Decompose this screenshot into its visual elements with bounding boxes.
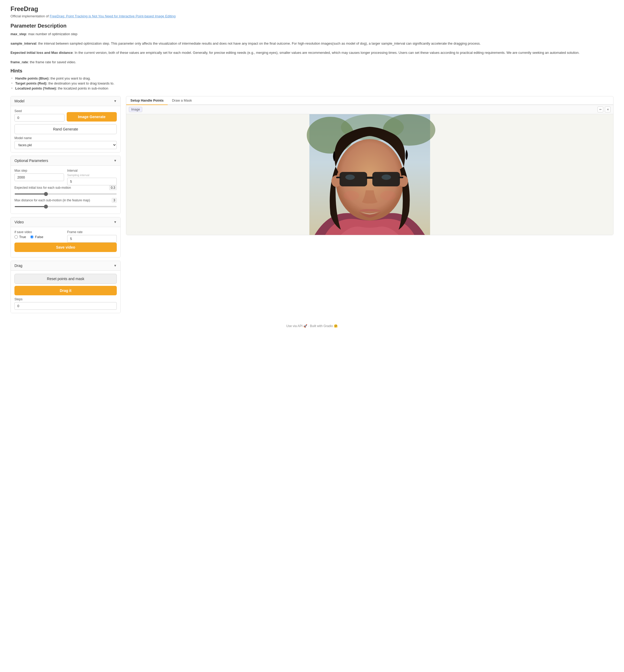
hints-list: Handle points (Blue): the point you want… xyxy=(10,76,614,91)
tab-setup-handle-points[interactable]: Setup Handle Points xyxy=(126,96,168,105)
distance-slider-label: Max distance for each sub-motion (in the… xyxy=(15,198,90,202)
svg-point-15 xyxy=(343,191,359,200)
image-toolbar-icons: ✏ ✕ xyxy=(598,106,610,113)
reset-points-button[interactable]: Reset points and mask xyxy=(15,274,117,284)
drag-it-button[interactable]: Drag it xyxy=(15,286,117,295)
model-name-select[interactable]: faces.pkl horses.pkl lions.pkl xyxy=(15,141,117,149)
steps-group: Steps xyxy=(15,297,117,310)
svg-rect-8 xyxy=(340,172,367,186)
svg-rect-11 xyxy=(336,177,341,178)
hint-handle: Handle points (Blue): the point you want… xyxy=(10,76,614,81)
close-icon-button[interactable]: ✕ xyxy=(605,106,610,113)
right-panel-wrapper: Setup Handle Points Draw a Mask Image ✏ … xyxy=(126,96,614,235)
seed-label: Seed xyxy=(15,109,64,113)
radio-false-input[interactable] xyxy=(30,235,33,239)
video-params-row: if save video True False xyxy=(15,230,117,243)
frame-rate-label: Frame rate xyxy=(67,230,117,234)
interval-sublabel: Sampling interval xyxy=(67,174,117,177)
rand-generate-button[interactable]: Rand Generate xyxy=(15,124,117,134)
model-section-body: Seed Image Generate Rand Generate Model … xyxy=(11,106,121,152)
interval-input[interactable] xyxy=(67,178,117,185)
save-video-button[interactable]: Save video xyxy=(15,243,117,252)
steps-input[interactable] xyxy=(15,302,117,310)
param-description-section: Parameter Description max_step: max numb… xyxy=(10,23,614,65)
loss-slider-value: 0.3 xyxy=(109,185,117,190)
svg-rect-10 xyxy=(366,177,374,179)
image-panel: Image ✏ ✕ xyxy=(126,105,613,235)
hints-section: Hints Handle points (Blue): the point yo… xyxy=(10,68,614,91)
radio-true-input[interactable] xyxy=(15,235,18,239)
loss-slider-label-row: Eepected initial loss for each sub-motio… xyxy=(15,185,117,190)
video-section-body: if save video True False xyxy=(11,227,121,257)
image-generate-group: Image Generate xyxy=(67,112,117,122)
image-generate-button[interactable]: Image Generate xyxy=(67,112,117,122)
left-panel: Model ▼ Seed Image Generate Rand Generat… xyxy=(10,96,121,316)
svg-rect-12 xyxy=(398,177,403,178)
video-section-arrow: ▼ xyxy=(113,220,117,224)
radio-group: True False xyxy=(15,235,64,239)
radio-true-label[interactable]: True xyxy=(15,235,26,239)
svg-point-14 xyxy=(382,175,391,180)
loss-slider-label: Eepected initial loss for each sub-motio… xyxy=(15,186,71,190)
image-toolbar: Image ✏ ✕ xyxy=(126,105,613,114)
app-title: FreeDrag Official implementation of Free… xyxy=(10,5,614,18)
radio-false-label[interactable]: False xyxy=(30,235,43,239)
distance-slider-label-row: Max distance for each sub-motion (in the… xyxy=(15,198,117,203)
seed-row: Seed Image Generate xyxy=(15,109,117,122)
hint-target: Target points (Red): the destination you… xyxy=(10,81,614,86)
seed-input[interactable] xyxy=(15,114,64,122)
param-sample-interval: sample_interval: the interval between sa… xyxy=(10,41,614,46)
face-portrait xyxy=(126,114,613,235)
save-video-group: if save video True False xyxy=(15,230,64,243)
distance-slider[interactable] xyxy=(15,206,117,207)
frame-rate-group: Frame rate xyxy=(67,230,117,243)
drag-section-label: Drag xyxy=(15,264,22,268)
optional-params-header[interactable]: Optional Parameters ▼ xyxy=(11,156,121,165)
optional-params-body: Max step Interval Sampling interval Eepe… xyxy=(11,165,121,214)
hints-heading: Hints xyxy=(10,68,614,74)
main-layout: Model ▼ Seed Image Generate Rand Generat… xyxy=(10,96,614,316)
distance-slider-row: Max distance for each sub-motion (in the… xyxy=(15,198,117,208)
loss-slider[interactable] xyxy=(15,194,117,195)
param-frame-rate: frame_rate: the frame rate for saved vid… xyxy=(10,59,614,65)
drag-section-arrow: ▼ xyxy=(113,264,117,268)
hint-handle-bold: Handle points (Blue): xyxy=(15,76,50,80)
tab-draw-mask[interactable]: Draw a Mask xyxy=(168,96,196,105)
model-section-header[interactable]: Model ▼ xyxy=(11,96,121,106)
subtitle: Official implementation of FreeDrag: Poi… xyxy=(10,14,614,18)
optional-params-label: Optional Parameters xyxy=(15,158,48,163)
distance-slider-value: 3 xyxy=(112,198,117,203)
param-max-step: max_step: max number of optimization ste… xyxy=(10,31,614,37)
max-step-input[interactable] xyxy=(15,174,64,181)
loss-slider-row: Eepected initial loss for each sub-motio… xyxy=(15,185,117,195)
footer: Use via API 🚀 · Built with Gradio 🤗 xyxy=(10,324,614,328)
max-step-label: Max step xyxy=(15,169,64,172)
video-section-header[interactable]: Video ▼ xyxy=(11,217,121,227)
model-section: Model ▼ Seed Image Generate Rand Generat… xyxy=(10,96,121,152)
frame-rate-input[interactable] xyxy=(67,235,117,243)
optional-params-arrow: ▼ xyxy=(113,159,117,163)
right-panel: Setup Handle Points Draw a Mask Image ✏ … xyxy=(126,96,614,235)
image-container[interactable] xyxy=(126,114,613,235)
radio-true-text: True xyxy=(19,235,26,239)
paper-link[interactable]: FreeDrag: Point Tracking is Not You Need… xyxy=(50,14,176,18)
param-desc-heading: Parameter Description xyxy=(10,23,614,29)
save-video-label: if save video xyxy=(15,230,64,234)
drag-section-body: Reset points and mask Drag it Steps xyxy=(11,270,121,313)
interval-group: Interval Sampling interval xyxy=(67,169,117,185)
svg-point-13 xyxy=(345,175,355,180)
edit-icon: ✏ xyxy=(599,108,602,111)
drag-section: Drag ▼ Reset points and mask Drag it Ste… xyxy=(10,261,121,313)
max-step-interval-row: Max step Interval Sampling interval xyxy=(15,169,117,185)
radio-false-text: False xyxy=(35,235,43,239)
footer-gradio-emoji: 🤗 xyxy=(334,324,338,328)
video-section: Video ▼ if save video True xyxy=(10,217,121,257)
model-section-arrow: ▼ xyxy=(113,99,117,103)
drag-section-header[interactable]: Drag ▼ xyxy=(11,261,121,270)
model-section-label: Model xyxy=(15,99,24,103)
video-section-label: Video xyxy=(15,220,24,224)
footer-api-text: Use via API xyxy=(286,324,303,328)
edit-icon-button[interactable]: ✏ xyxy=(598,106,603,113)
seed-field-group: Seed xyxy=(15,109,64,122)
footer-api-emoji: 🚀 xyxy=(303,324,307,328)
